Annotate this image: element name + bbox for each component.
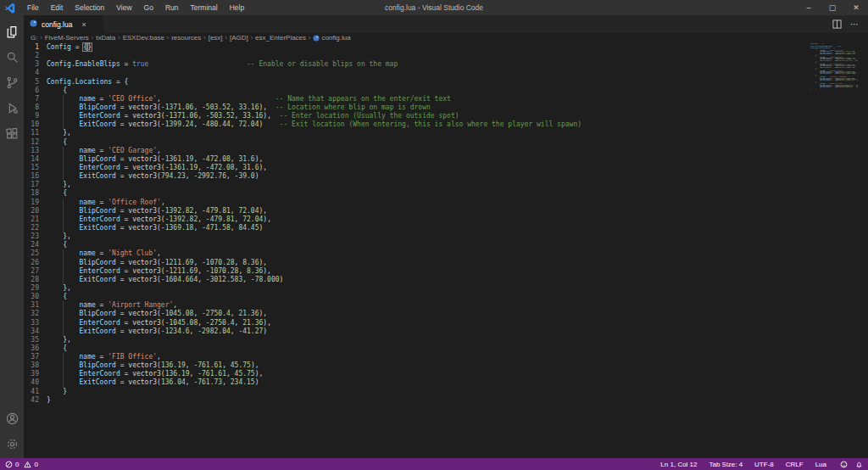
code-line[interactable]: 19 name = 'Office Roof', bbox=[24, 199, 809, 207]
code-area[interactable]: 1Config = {}23Config.EnableBlips = true … bbox=[24, 43, 809, 405]
line-number[interactable]: 21 bbox=[24, 215, 47, 224]
code-line[interactable]: 10 ExitCoord = vector3(-1399.24, -480.44… bbox=[24, 120, 809, 129]
line-number[interactable]: 13 bbox=[24, 147, 47, 155]
menu-file[interactable]: File bbox=[21, 0, 45, 15]
code-line[interactable]: 7 name = 'CEO Office', -- Name that appe… bbox=[24, 95, 809, 104]
settings-gear-icon[interactable] bbox=[0, 431, 24, 456]
line-number[interactable]: 15 bbox=[24, 164, 47, 172]
line-number[interactable]: 24 bbox=[24, 241, 47, 249]
code-line[interactable]: 34 ExitCoord = vector3(-1234.6, -2982.04… bbox=[24, 327, 809, 336]
minimap[interactable]: Config = {}Config.EnableBlips = true -- … bbox=[810, 43, 858, 90]
code-line[interactable]: 8 BlipCoord = vector3(-1371.06, -503.52,… bbox=[24, 104, 809, 112]
breadcrumb-item[interactable]: resources bbox=[171, 34, 201, 42]
code-line[interactable]: 3Config.EnableBlips = true -- Enable or … bbox=[24, 60, 809, 69]
breadcrumb-item[interactable]: esx_EnterPlaces bbox=[255, 34, 306, 42]
menu-view[interactable]: View bbox=[110, 0, 137, 15]
problems-warnings[interactable]: 0 bbox=[24, 461, 37, 468]
line-number[interactable]: 38 bbox=[24, 361, 47, 370]
code-line[interactable]: 37 name = 'FIB Office', bbox=[24, 353, 809, 361]
line-number[interactable]: 28 bbox=[24, 276, 47, 284]
line-number[interactable]: 1 bbox=[24, 43, 47, 52]
code-line[interactable]: 31 name = 'Airport Hanger', bbox=[24, 301, 809, 310]
line-number[interactable]: 12 bbox=[24, 138, 47, 147]
code-line[interactable]: 38 BlipCoord = vector3(136.19, -761.61, … bbox=[24, 361, 809, 370]
status-item[interactable]: UTF-8 bbox=[754, 461, 774, 468]
line-number[interactable]: 10 bbox=[24, 120, 47, 129]
line-number[interactable]: 35 bbox=[24, 336, 47, 344]
code-line[interactable]: 25 name = 'Night Club', bbox=[24, 249, 809, 258]
code-line[interactable]: 5Config.Locations = { bbox=[24, 78, 809, 87]
editor-scrollbar[interactable] bbox=[858, 42, 868, 458]
search-icon[interactable] bbox=[0, 44, 24, 70]
tab-config-lua[interactable]: config.lua × bbox=[24, 15, 103, 33]
code-line[interactable]: 21 EnterCoord = vector3(-1392.82, -479.8… bbox=[24, 215, 809, 224]
breadcrumb-item[interactable]: ESXDev.base bbox=[123, 34, 164, 42]
extensions-icon[interactable] bbox=[0, 120, 24, 146]
line-number[interactable]: 4 bbox=[24, 69, 47, 77]
line-number[interactable]: 20 bbox=[24, 207, 47, 215]
explorer-icon[interactable] bbox=[0, 19, 24, 44]
feedback-smiley-icon[interactable] bbox=[840, 461, 848, 468]
code-line[interactable]: 42} bbox=[24, 396, 809, 405]
line-number[interactable]: 22 bbox=[24, 224, 47, 232]
code-line[interactable]: 30 { bbox=[24, 293, 809, 301]
menu-edit[interactable]: Edit bbox=[45, 0, 70, 15]
line-number[interactable]: 34 bbox=[24, 327, 47, 336]
line-number[interactable]: 40 bbox=[24, 378, 47, 387]
line-number[interactable]: 8 bbox=[24, 104, 47, 112]
code-line[interactable]: 4 bbox=[24, 69, 809, 77]
status-item[interactable]: Ln 1, Col 12 bbox=[660, 461, 697, 468]
tab-close-icon[interactable]: × bbox=[81, 20, 86, 29]
notifications-bell-icon[interactable] bbox=[855, 461, 863, 468]
close-button[interactable]: ✕ bbox=[844, 0, 868, 15]
code-line[interactable]: 17 }, bbox=[24, 181, 809, 189]
line-number[interactable]: 23 bbox=[24, 232, 47, 241]
code-line[interactable]: 20 BlipCoord = vector3(-1392.82, -479.81… bbox=[24, 207, 809, 215]
code-line[interactable]: 27 EnterCoord = vector3(-1211.69, -1070.… bbox=[24, 267, 809, 276]
line-number[interactable]: 7 bbox=[24, 95, 47, 104]
code-line[interactable]: 35 }, bbox=[24, 336, 809, 344]
line-number[interactable]: 27 bbox=[24, 267, 47, 276]
code-line[interactable]: 33 EnterCoord = vector3(-1045.08, -2750.… bbox=[24, 319, 809, 327]
breadcrumb-item[interactable]: G: bbox=[31, 34, 37, 42]
line-number[interactable]: 32 bbox=[24, 310, 47, 318]
code-line[interactable]: 39 EnterCoord = vector3(136.19, -761.61,… bbox=[24, 370, 809, 378]
line-number[interactable]: 33 bbox=[24, 319, 47, 327]
line-number[interactable]: 19 bbox=[24, 199, 47, 207]
line-number[interactable]: 9 bbox=[24, 112, 47, 120]
code-line[interactable]: 2 bbox=[24, 52, 809, 60]
line-number[interactable]: 3 bbox=[24, 60, 47, 69]
problems-errors[interactable]: 0 bbox=[5, 461, 19, 468]
editor[interactable]: 1Config = {}23Config.EnableBlips = true … bbox=[24, 42, 868, 458]
line-number[interactable]: 2 bbox=[24, 52, 47, 60]
status-item[interactable]: CRLF bbox=[786, 461, 804, 468]
code-line[interactable]: 1Config = {} bbox=[24, 43, 809, 52]
split-editor-icon[interactable] bbox=[832, 17, 842, 32]
code-line[interactable]: 12 { bbox=[24, 138, 809, 147]
code-line[interactable]: 18 { bbox=[24, 189, 809, 198]
line-number[interactable]: 29 bbox=[24, 284, 47, 293]
code-line[interactable]: 9 EnterCoord = vector3(-1371.06, -503.52… bbox=[24, 112, 809, 120]
line-number[interactable]: 31 bbox=[24, 301, 47, 310]
line-number[interactable]: 5 bbox=[24, 78, 47, 87]
code-line[interactable]: 24 { bbox=[24, 241, 809, 249]
code-line[interactable]: 22 ExitCoord = vector3(-1369.18, -471.58… bbox=[24, 224, 809, 232]
code-line[interactable]: 36 { bbox=[24, 344, 809, 353]
code-line[interactable]: 28 ExitCoord = vector3(-1604.664, -3012.… bbox=[24, 276, 809, 284]
menu-go[interactable]: Go bbox=[138, 0, 159, 15]
menu-terminal[interactable]: Terminal bbox=[185, 0, 224, 15]
restore-button[interactable]: ▢ bbox=[821, 0, 844, 15]
line-number[interactable]: 30 bbox=[24, 293, 47, 301]
line-number[interactable]: 41 bbox=[24, 388, 47, 396]
account-icon[interactable] bbox=[0, 406, 24, 431]
menu-run[interactable]: Run bbox=[159, 0, 185, 15]
status-item[interactable]: Tab Size: 4 bbox=[709, 461, 743, 468]
code-line[interactable]: 41 } bbox=[24, 388, 809, 396]
more-actions-icon[interactable]: ⋯ bbox=[850, 20, 860, 29]
line-number[interactable]: 6 bbox=[24, 87, 47, 95]
line-number[interactable]: 37 bbox=[24, 353, 47, 361]
line-number[interactable]: 17 bbox=[24, 181, 47, 189]
source-control-icon[interactable] bbox=[0, 70, 24, 95]
line-number[interactable]: 11 bbox=[24, 129, 47, 137]
line-number[interactable]: 18 bbox=[24, 189, 47, 198]
